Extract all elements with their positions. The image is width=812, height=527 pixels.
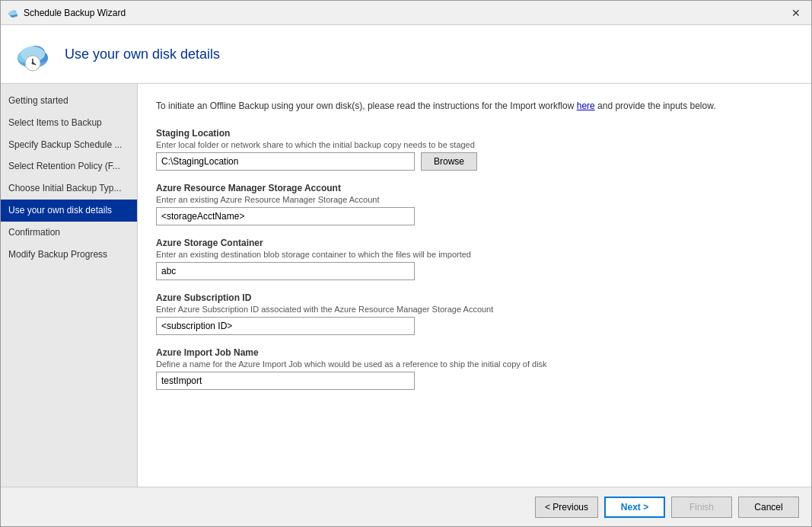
sidebar: Getting started Select Items to Backup S… [1,84,138,487]
import-job-name-input[interactable] [156,372,415,390]
field-subscription-id: Azure Subscription ID Enter Azure Subscr… [156,292,793,335]
staging-location-input[interactable] [156,152,415,171]
field-staging-location: Staging Location Enter local folder or n… [156,128,793,171]
header-icon [13,34,53,74]
field-import-job-name: Azure Import Job Name Define a name for … [156,347,793,390]
title-bar: Schedule Backup Wizard ✕ [1,1,811,25]
sidebar-item-getting-started[interactable]: Getting started [1,90,137,112]
field-sublabel-import-job: Define a name for the Azure Import Job w… [156,359,793,369]
close-button[interactable]: ✕ [787,4,805,22]
field-row-staging: Browse [156,152,793,171]
content-area: To initiate an Offline Backup using your… [138,84,811,487]
sidebar-item-modify-backup[interactable]: Modify Backup Progress [1,244,137,266]
sidebar-item-select-items[interactable]: Select Items to Backup [1,112,137,134]
field-label-subscription-id: Azure Subscription ID [156,292,793,303]
field-label-staging: Staging Location [156,128,793,139]
intro-before-link: To initiate an Offline Backup using your… [156,101,577,111]
field-label-storage-container: Azure Storage Container [156,238,793,248]
finish-button[interactable]: Finish [671,497,732,518]
next-button[interactable]: Next > [604,497,665,518]
field-sublabel-storage-account: Enter an existing Azure Resource Manager… [156,195,793,204]
window-icon [7,7,19,19]
field-sublabel-staging: Enter local folder or network share to w… [156,140,793,149]
window-title: Schedule Backup Wizard [24,8,126,18]
subscription-id-input[interactable] [156,317,415,335]
field-label-import-job: Azure Import Job Name [156,347,793,358]
sidebar-item-retention-policy[interactable]: Select Retention Policy (F... [1,155,137,177]
previous-button[interactable]: < Previous [535,497,598,518]
field-row-storage-account [156,207,793,225]
field-sublabel-subscription-id: Enter Azure Subscription ID associated w… [156,305,793,314]
browse-button[interactable]: Browse [421,152,477,171]
field-storage-container: Azure Storage Container Enter an existin… [156,238,793,280]
intro-after-link: and provide the inputs below. [595,101,716,111]
storage-account-input[interactable] [156,207,415,225]
field-row-storage-container [156,262,793,280]
footer-section: < Previous Next > Finish Cancel [1,487,811,526]
sidebar-item-backup-schedule[interactable]: Specify Backup Schedule ... [1,134,137,156]
svg-point-15 [32,62,34,65]
cancel-button[interactable]: Cancel [738,497,799,518]
sidebar-item-confirmation[interactable]: Confirmation [1,222,137,244]
sidebar-item-initial-backup[interactable]: Choose Initial Backup Typ... [1,177,137,200]
field-label-storage-account: Azure Resource Manager Storage Account [156,183,793,193]
field-sublabel-storage-container: Enter an existing destination blob stora… [156,250,793,259]
intro-text: To initiate an Offline Backup using your… [156,99,793,113]
wizard-window: Schedule Backup Wizard ✕ Use your own di… [0,0,812,527]
storage-container-input[interactable] [156,262,415,280]
wizard-body: Getting started Select Items to Backup S… [1,84,811,487]
header-title: Use your own disk details [65,46,220,62]
field-row-subscription-id [156,317,793,335]
title-bar-left: Schedule Backup Wizard [7,7,126,19]
header-section: Use your own disk details [1,25,811,84]
field-storage-account: Azure Resource Manager Storage Account E… [156,183,793,225]
sidebar-item-own-disk[interactable]: Use your own disk details [1,200,137,222]
field-row-import-job [156,372,793,390]
here-link[interactable]: here [577,101,595,111]
svg-point-5 [9,11,17,15]
